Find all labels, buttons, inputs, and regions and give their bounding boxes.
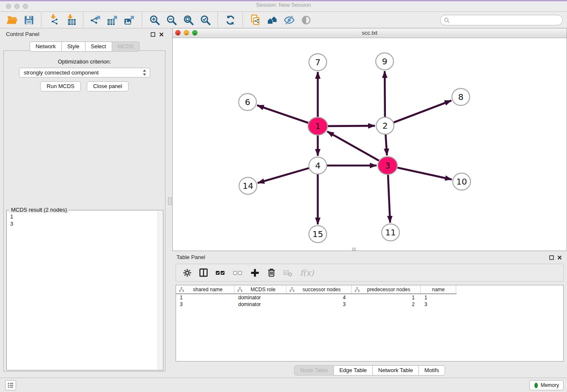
refresh-icon [225, 14, 236, 26]
mcds-result-group: MCDS result (2 nodes) 1 3 [6, 210, 163, 370]
result-scrollbar[interactable] [157, 211, 162, 370]
zoom-network-icon[interactable] [192, 30, 198, 36]
toolbar-separator [217, 13, 218, 27]
create-column-plus-icon[interactable] [250, 268, 260, 278]
export-network-button[interactable] [89, 14, 102, 26]
hide-selected-button[interactable] [283, 14, 295, 26]
clone-network-button[interactable] [249, 14, 261, 26]
graph-node-8[interactable]: 8 [452, 88, 470, 105]
close-table-panel-icon[interactable] [556, 254, 562, 260]
tab-mcds[interactable]: MCDS [112, 41, 140, 52]
tab-style[interactable]: Style [61, 41, 85, 52]
open-folder-icon [6, 14, 18, 26]
search-input[interactable] [450, 16, 562, 25]
graph-node-3[interactable]: 3 [378, 157, 397, 174]
mcds-result-text[interactable]: 1 3 [7, 212, 157, 369]
refresh-network-button[interactable] [224, 14, 237, 26]
table-cell[interactable]: 1 [176, 295, 234, 301]
horizontal-splitter-handle[interactable] [352, 248, 356, 251]
select-all-checkboxes-icon[interactable] [215, 268, 226, 277]
close-panel-icon[interactable] [158, 31, 164, 37]
column-header-MCDS-role[interactable]: MCDS role [234, 285, 286, 293]
optimization-criterion-select[interactable]: strongly connected component [19, 68, 150, 77]
table-cell[interactable]: 3 [421, 301, 456, 307]
table-cell[interactable]: dominator [234, 301, 286, 307]
table-cell[interactable]: 1 [421, 295, 456, 301]
float-panel-icon[interactable] [150, 31, 156, 37]
column-header-predecessor-nodes[interactable]: predecessor nodes [352, 285, 421, 293]
graph-edge-2-9[interactable] [385, 71, 385, 117]
graph-edge-2-3[interactable] [385, 135, 387, 155]
save-session-button[interactable] [22, 14, 35, 26]
graph-node-10[interactable]: 10 [453, 173, 471, 190]
import-network-button[interactable] [47, 14, 60, 26]
table-cell[interactable]: 1 [352, 295, 421, 301]
column-layout-icon[interactable] [199, 268, 208, 277]
first-neighbors-button[interactable] [266, 14, 278, 26]
search-field[interactable] [440, 15, 563, 25]
tab-edge-table[interactable]: Edge Table [333, 365, 373, 375]
graph-node-2[interactable]: 2 [376, 117, 394, 134]
table-cell[interactable]: 3 [176, 301, 234, 307]
graph-edge-1-6[interactable] [257, 105, 308, 123]
svg-text:4: 4 [315, 160, 321, 171]
graph-edge-3-1[interactable] [327, 132, 379, 161]
svg-text:8: 8 [458, 92, 464, 102]
table-cell[interactable]: 2 [352, 301, 421, 307]
export-table-button[interactable] [106, 14, 119, 26]
tab-network[interactable]: Network [30, 41, 62, 52]
zoom-selected-button[interactable] [199, 14, 212, 26]
graph-edge-3-11[interactable] [388, 175, 390, 223]
svg-text:3: 3 [385, 160, 391, 171]
tab-node-table[interactable]: Node Table [294, 365, 334, 375]
close-network-icon[interactable] [175, 30, 181, 36]
graph-node-14[interactable]: 14 [239, 177, 257, 194]
node-table: shared nameMCDS rolesuccessor nodesprede… [176, 285, 564, 362]
table-panel: Table Panel [172, 253, 567, 376]
table-cell[interactable]: 3 [286, 301, 352, 307]
app-titlebar: Session: New Session [0, 0, 567, 12]
graph-node-6[interactable]: 6 [239, 94, 256, 110]
run-mcds-button[interactable]: Run MCDS [40, 81, 81, 91]
table-cell[interactable]: dominator [234, 295, 286, 301]
table-panel-title: Table Panel [176, 254, 205, 260]
import-table-button[interactable] [64, 14, 77, 26]
graph-edge-4-14[interactable] [258, 168, 309, 183]
graph-node-11[interactable]: 11 [382, 224, 399, 241]
zoom-fit-button[interactable] [182, 14, 195, 26]
graph-edge-2-8[interactable] [394, 100, 451, 122]
column-header-name[interactable]: name [421, 285, 456, 293]
table-row[interactable]: 3dominator323 [176, 301, 563, 308]
tab-network-table[interactable]: Network Table [372, 365, 419, 375]
app-title: Session: New Session [0, 2, 567, 8]
column-header-successor-nodes[interactable]: successor nodes [286, 285, 352, 293]
network-canvas[interactable]: 7968124314101511 [173, 38, 567, 251]
vertical-splitter-handle[interactable] [168, 197, 172, 205]
export-image-button[interactable] [123, 14, 136, 26]
zoom-in-button[interactable] [148, 14, 161, 26]
graph-edge-1-2[interactable] [328, 126, 375, 126]
control-panel-title: Control Panel [6, 31, 39, 37]
memory-button[interactable]: Memory [529, 380, 564, 390]
zoom-out-button[interactable] [165, 14, 178, 26]
float-table-panel-icon[interactable] [548, 254, 554, 260]
graph-node-1[interactable]: 1 [308, 117, 328, 135]
graph-edge-3-10[interactable] [397, 168, 451, 179]
graph-node-4[interactable]: 4 [309, 157, 327, 174]
close-panel-button[interactable]: Close panel [87, 81, 129, 91]
graph-node-15[interactable]: 15 [309, 226, 327, 243]
graph-node-7[interactable]: 7 [309, 54, 327, 71]
open-session-button[interactable] [6, 14, 18, 26]
minimize-network-icon[interactable] [184, 30, 189, 36]
svg-text:6: 6 [245, 97, 250, 107]
svg-text:9: 9 [382, 56, 388, 66]
table-cell[interactable]: 4 [286, 295, 352, 301]
graph-node-9[interactable]: 9 [376, 53, 394, 70]
table-row[interactable]: 1dominator411 [176, 294, 563, 301]
table-options-gear-icon[interactable] [183, 268, 192, 277]
tab-motifs[interactable]: Motifs [418, 365, 445, 375]
task-history-button[interactable] [5, 380, 16, 390]
delete-columns-trash-icon[interactable] [267, 268, 276, 277]
tab-select[interactable]: Select [85, 41, 112, 52]
column-header-shared-name[interactable]: shared name [176, 285, 234, 293]
